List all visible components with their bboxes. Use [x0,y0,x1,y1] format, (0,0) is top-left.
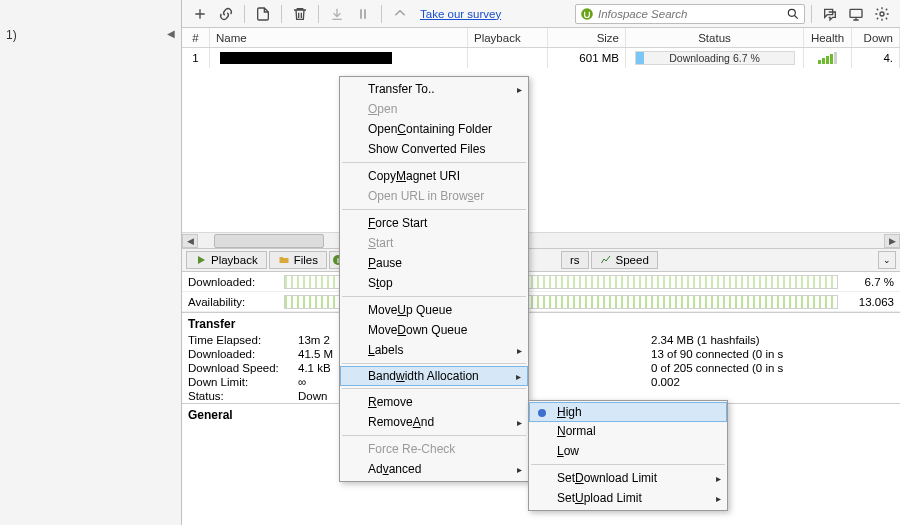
menu-item[interactable]: Open Containing Folder [340,119,528,139]
svg-rect-2 [850,9,862,17]
download-progress: Downloading 6.7 % [635,51,795,65]
row-down: 4. [852,48,900,68]
horizontal-scrollbar[interactable]: ◀ ▶ [182,232,900,248]
menu-item[interactable]: High [529,402,727,422]
col-size[interactable]: Size [548,28,626,47]
bandwidth-submenu[interactable]: HighNormalLowSet Download LimitSet Uploa… [528,400,728,511]
menu-item: Open URL in Browser [340,186,528,206]
menu-item: Force Re-Check [340,439,528,459]
feedback-icon[interactable] [818,3,842,25]
torrent-table-header: # Name Playback Size Status Health Down [182,28,900,48]
menu-item[interactable]: Force Start [340,213,528,233]
transfer-grid: Time Elapsed:13m 2 2.34 MB (1 hashfails)… [182,333,900,403]
start-button[interactable] [325,3,349,25]
settings-icon[interactable] [870,3,894,25]
menu-item[interactable]: Labels [340,340,528,360]
survey-link[interactable]: Take our survey [420,8,501,20]
col-name[interactable]: Name [210,28,468,47]
menu-item[interactable]: Stop [340,273,528,293]
col-number[interactable]: # [182,28,210,47]
col-health[interactable]: Health [804,28,852,47]
move-up-button[interactable] [388,3,412,25]
svg-marker-4 [198,256,205,264]
tab-peers-partial[interactable]: rs [561,251,589,269]
menu-item[interactable]: Set Download Limit [529,468,727,488]
scrollbar-thumb[interactable] [214,234,324,248]
menu-item[interactable]: Set Upload Limit [529,488,727,508]
menu-item[interactable]: Move Up Queue [340,300,528,320]
search-icon[interactable] [786,7,800,21]
torrent-name-redacted [220,52,392,64]
tab-speed[interactable]: Speed [591,251,658,269]
add-torrent-button[interactable] [188,3,212,25]
context-menu[interactable]: Transfer To..OpenOpen Containing FolderS… [339,76,529,482]
tab-files[interactable]: Files [269,251,327,269]
section-transfer: Transfer [182,312,900,333]
col-playback[interactable]: Playback [468,28,548,47]
lower-tabstrip: Playback Files i rs Speed ⌄ [182,248,900,272]
scroll-right-arrow[interactable]: ▶ [884,234,900,248]
svg-point-3 [880,12,884,16]
tab-playback[interactable]: Playback [186,251,267,269]
search-input[interactable] [598,8,786,20]
menu-item[interactable]: Advanced [340,459,528,479]
add-url-button[interactable] [214,3,238,25]
menu-item[interactable]: Show Converted Files [340,139,528,159]
menu-item[interactable]: Normal [529,421,727,441]
side-label: 1) [6,28,17,42]
menu-item[interactable]: Pause [340,253,528,273]
chevron-down-icon[interactable]: ⌄ [878,251,896,269]
create-torrent-button[interactable] [251,3,275,25]
left-sidebar: 1) ◀ [0,0,182,525]
pause-button[interactable] [351,3,375,25]
row-number: 1 [182,48,210,68]
utorrent-logo-icon [580,7,594,21]
pieces-downloaded-row: Downloaded: 6.7 % [182,272,900,292]
menu-item[interactable]: Copy Magnet URI [340,166,528,186]
menu-item[interactable]: Transfer To.. [340,79,528,99]
progress-text: Downloading 6.7 % [669,52,759,64]
col-status[interactable]: Status [626,28,804,47]
remote-icon[interactable] [844,3,868,25]
toolbar: Take our survey [182,0,900,28]
menu-item[interactable]: Remove And [340,412,528,432]
menu-item[interactable]: Bandwidth Allocation [340,366,528,386]
svg-point-1 [788,9,795,16]
delete-button[interactable] [288,3,312,25]
torrent-table-body: 1 601 MB Downloading 6.7 % 4. [182,48,900,248]
col-down[interactable]: Down [852,28,900,47]
search-box[interactable] [575,4,805,24]
menu-item[interactable]: Move Down Queue [340,320,528,340]
menu-item[interactable]: Remove [340,392,528,412]
row-size: 601 MB [548,48,626,68]
scroll-left-arrow[interactable]: ◀ [182,234,198,248]
menu-item: Start [340,233,528,253]
table-row[interactable]: 1 601 MB Downloading 6.7 % 4. [182,48,900,68]
collapse-icon[interactable]: ◀ [167,28,175,39]
menu-item: Open [340,99,528,119]
menu-item[interactable]: Low [529,441,727,461]
health-icon [818,52,837,64]
pieces-availability-row: Availability: 13.063 [182,292,900,312]
